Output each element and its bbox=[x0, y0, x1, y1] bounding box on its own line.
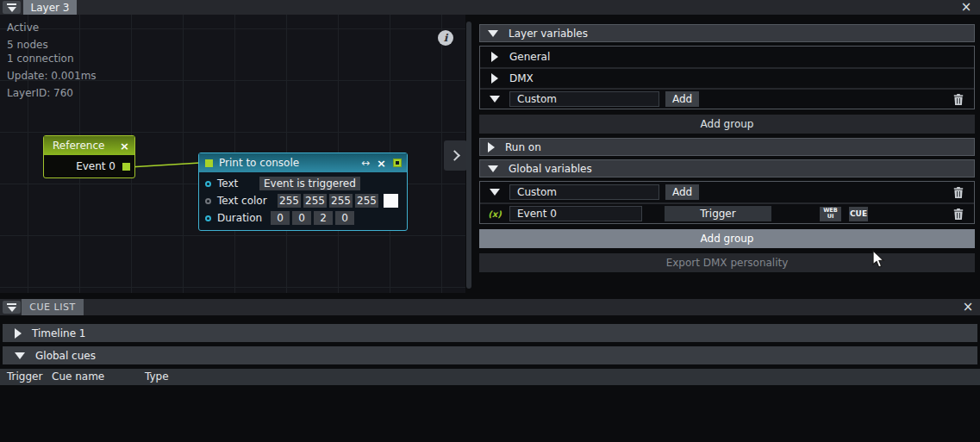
cue-toggle-badge[interactable]: CUE bbox=[849, 207, 868, 221]
add-group-button[interactable]: Add group bbox=[479, 115, 975, 134]
param-connector-icon[interactable] bbox=[205, 198, 211, 204]
node-print-header[interactable]: Print to console ↔ × bbox=[199, 153, 407, 172]
tab-cue-list[interactable]: CUE LIST bbox=[22, 299, 84, 315]
close-icon[interactable]: × bbox=[120, 140, 129, 152]
section-layer-variables[interactable]: Layer variables bbox=[479, 24, 975, 42]
chevron-down-icon bbox=[8, 7, 16, 12]
layer-variables-group-box: General DMX Custom Add bbox=[479, 46, 975, 109]
filter-icon bbox=[7, 303, 16, 305]
duration-m-field[interactable]: 0 bbox=[292, 211, 311, 225]
inspector-panel: Layer variables General DMX Custom Add A… bbox=[479, 24, 975, 272]
text-value-field[interactable]: Event is triggered bbox=[259, 177, 360, 190]
variable-type-icon: (x) bbox=[480, 209, 509, 219]
param-label: Text color bbox=[217, 195, 278, 207]
color-g-field[interactable]: 255 bbox=[303, 194, 327, 208]
node-title: Reference bbox=[53, 140, 104, 152]
section-label: Run on bbox=[505, 141, 541, 153]
param-row-duration: Duration 0 0 2 0 bbox=[199, 209, 407, 227]
expand-triangle-icon[interactable] bbox=[491, 52, 498, 62]
webui-toggle-badge[interactable]: WEB UI bbox=[820, 207, 841, 221]
add-variable-button[interactable]: Add bbox=[665, 91, 699, 107]
trash-icon[interactable] bbox=[953, 187, 964, 198]
close-icon[interactable]: × bbox=[958, 0, 975, 15]
add-group-button-hovered[interactable]: Add group bbox=[479, 229, 975, 248]
collapse-triangle-icon[interactable] bbox=[488, 165, 498, 172]
cue-row-timeline-1[interactable]: Timeline 1 bbox=[3, 324, 977, 342]
badge-line: UI bbox=[827, 214, 834, 220]
node-type-icon bbox=[205, 159, 213, 167]
param-label: Duration bbox=[217, 212, 271, 224]
collapse-triangle-icon[interactable] bbox=[15, 352, 25, 359]
group-row-custom[interactable]: Custom Add bbox=[480, 88, 974, 109]
app-window: Layer 3 × Active 5 nodes 1 connection Up… bbox=[0, 0, 980, 442]
section-run-on[interactable]: Run on bbox=[479, 138, 975, 156]
global-variables-group-box: Custom Add (x) Event 0 Trigger WEB UI CU… bbox=[479, 181, 975, 224]
duration-s-field[interactable]: 2 bbox=[314, 211, 333, 225]
output-connector-icon[interactable] bbox=[122, 163, 130, 171]
color-b-field[interactable]: 255 bbox=[329, 194, 353, 208]
duration-h-field[interactable]: 0 bbox=[271, 211, 290, 225]
tab-label: Layer 3 bbox=[31, 2, 70, 14]
expand-triangle-icon[interactable] bbox=[491, 73, 498, 84]
group-row-custom-global[interactable]: Custom Add bbox=[480, 182, 974, 202]
row-label: Timeline 1 bbox=[32, 327, 85, 339]
row-label: Global cues bbox=[35, 350, 96, 362]
node-title: Print to console bbox=[219, 157, 299, 169]
color-r-field[interactable]: 255 bbox=[278, 194, 301, 208]
group-name-field[interactable]: Custom bbox=[509, 184, 659, 200]
node-reference-body: Event 0 bbox=[44, 155, 134, 177]
collapse-triangle-icon[interactable] bbox=[490, 96, 500, 103]
input-connector-icon[interactable] bbox=[393, 159, 402, 167]
node-print-to-console[interactable]: Print to console ↔ × Text Event is trigg… bbox=[198, 153, 408, 231]
node-reference[interactable]: Reference × Event 0 bbox=[43, 135, 135, 178]
cue-table-header: Trigger Cue name Type bbox=[0, 369, 980, 385]
section-label: Global variables bbox=[509, 163, 592, 175]
group-name-field[interactable]: Custom bbox=[509, 91, 659, 107]
close-icon[interactable]: × bbox=[959, 300, 977, 314]
expand-triangle-icon[interactable] bbox=[15, 328, 22, 339]
node-canvas[interactable]: Active 5 nodes 1 connection Update: 0.00… bbox=[0, 15, 465, 293]
param-connector-icon[interactable] bbox=[205, 181, 211, 187]
color-swatch[interactable] bbox=[384, 194, 398, 208]
section-global-variables[interactable]: Global variables bbox=[479, 159, 975, 177]
tab-label: CUE LIST bbox=[29, 302, 75, 313]
move-icon[interactable]: ↔ bbox=[361, 158, 370, 168]
group-label: DMX bbox=[509, 72, 534, 84]
vertical-scrollbar[interactable] bbox=[466, 22, 471, 289]
expand-triangle-icon[interactable] bbox=[488, 142, 495, 153]
trigger-button[interactable]: Trigger bbox=[665, 206, 771, 221]
filter-icon bbox=[7, 3, 16, 5]
duration-ms-field[interactable]: 0 bbox=[335, 211, 354, 225]
param-row-text: Text Event is triggered bbox=[199, 175, 407, 192]
trash-icon[interactable] bbox=[953, 94, 964, 105]
export-dmx-personality-button[interactable]: Export DMX personality bbox=[479, 253, 975, 272]
node-reference-header[interactable]: Reference × bbox=[44, 136, 134, 155]
cue-list-tabbar: × bbox=[0, 299, 980, 315]
section-label: Layer variables bbox=[509, 28, 588, 40]
variable-name-field[interactable]: Event 0 bbox=[509, 206, 642, 221]
collapse-triangle-icon[interactable] bbox=[490, 189, 500, 196]
collapse-triangle-icon[interactable] bbox=[488, 30, 498, 37]
variable-row-event-0[interactable]: (x) Event 0 Trigger WEB UI CUE bbox=[480, 202, 974, 223]
tab-layer-3[interactable]: Layer 3 bbox=[23, 0, 77, 15]
column-type: Type bbox=[145, 370, 169, 383]
group-label: General bbox=[509, 51, 550, 63]
color-a-field[interactable]: 255 bbox=[355, 194, 378, 208]
column-cue-name: Cue name bbox=[52, 370, 104, 383]
cue-row-global-cues[interactable]: Global cues bbox=[3, 346, 977, 364]
add-variable-button[interactable]: Add bbox=[665, 184, 699, 200]
panel-menu-icon[interactable] bbox=[3, 301, 21, 314]
layer-panel-tabbar: Layer 3 × bbox=[0, 0, 980, 15]
trash-icon[interactable] bbox=[953, 209, 964, 220]
output-label: Event 0 bbox=[76, 160, 115, 172]
chevron-down-icon bbox=[8, 307, 16, 312]
group-row-general[interactable]: General bbox=[480, 47, 974, 67]
param-connector-icon[interactable] bbox=[205, 215, 211, 221]
column-trigger: Trigger bbox=[7, 370, 42, 383]
group-row-dmx[interactable]: DMX bbox=[480, 67, 974, 88]
param-row-text-color: Text color 255 255 255 255 bbox=[199, 192, 407, 209]
param-label: Text bbox=[217, 177, 250, 190]
close-icon[interactable]: × bbox=[377, 158, 386, 169]
panel-menu-icon[interactable] bbox=[3, 1, 21, 14]
